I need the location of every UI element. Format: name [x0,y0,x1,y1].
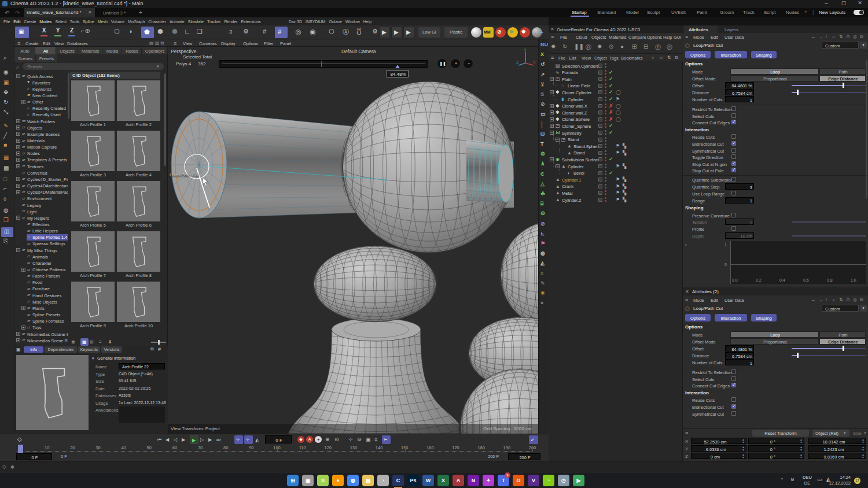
tl-icon-2[interactable]: ▣ [366,437,371,442]
object-dot-render[interactable] [605,79,606,81]
attr-value-box[interactable]: 6.7584 cm [725,352,754,358]
om-menu-view[interactable]: View [582,56,591,61]
tree-expand-icon[interactable]: + [21,100,25,104]
spin-down-icon[interactable]: ▼ [742,448,745,452]
attr-slider-track[interactable] [792,221,866,223]
object-tag-flag[interactable]: ⚑ [616,177,620,182]
object-row[interactable]: ▲Cylinder.2⚑▚ [549,197,683,203]
attr-checkbox[interactable] [731,177,736,182]
seg-b[interactable]: Path [819,68,866,75]
layout-tab-standard[interactable]: Standard [597,10,616,15]
viewport-menu-panel[interactable]: Panel [280,41,291,46]
taskbar-access[interactable]: A [451,474,465,487]
attr-nav-icon-7[interactable]: ⧉ [860,297,863,303]
fcurve-button[interactable]: ↙ [529,435,538,444]
object-dot-editor[interactable] [605,130,606,132]
layout-tab-script[interactable]: Script [764,10,775,15]
asset-tree-item[interactable]: ♥Favorites [14,79,68,86]
asset-menu-databases[interactable]: Databases [67,41,88,46]
menu-tracker[interactable]: Tracker [207,20,220,24]
coord-value-box[interactable]: 52.2539 cm▲▼ [691,438,746,444]
tree-expand-icon[interactable]: + [16,132,20,136]
object-tag-circle[interactable]: ◯ [616,90,621,95]
spin-down-icon[interactable]: ▼ [800,448,803,452]
grid-footer-icon-2[interactable]: ⊞ [90,339,94,345]
asset-tree-item[interactable]: ▱Environment [14,195,68,202]
attr-value-box[interactable]: 1 [725,96,754,102]
octane-icon-10[interactable]: ⓜ [667,43,672,51]
object-tag-flag[interactable]: ⚑ [616,184,620,189]
info-name-field[interactable]: Arch Profile 22 [119,363,165,369]
object-dot-render[interactable] [605,73,606,75]
axis-lock-y[interactable]: Y [53,27,62,37]
tool-helmet[interactable]: ◍ [3,207,9,213]
object-disabled-x[interactable]: ✗ [609,109,613,115]
render-anim-button[interactable]: ▶ [403,27,414,38]
object-dot-render[interactable] [605,160,606,161]
object-dot-editor[interactable] [605,70,606,72]
attr-slider-handle[interactable] [843,83,844,88]
object-dot-editor[interactable] [605,117,606,119]
attr-nav-icon-4[interactable]: ⇅ [839,34,843,39]
attr-nav-icon-6[interactable]: ◎ [853,297,857,302]
object-tag-checker[interactable]: ▚ [623,177,626,182]
attr-menu-edit[interactable]: Edit [711,298,718,303]
object-tag-flag[interactable]: ⚑ [616,164,620,169]
asset-menu-create[interactable]: Create [25,41,39,46]
object-row[interactable]: ▮Cylinder✓⚑ [549,96,683,102]
plugin-rect-icon[interactable]: ▭ [540,111,546,117]
plugin-spline1-icon[interactable]: ↺ [540,61,545,67]
tl-icon-1[interactable]: ⊚ [357,437,362,442]
asset-tree-item[interactable]: +▱Other [14,99,68,105]
mode-polygons-selected[interactable]: ⬟ [141,27,154,38]
info-tab-versions[interactable]: Versions [101,346,122,353]
object-tag-flag[interactable]: ⚑ [616,150,620,156]
object-enabled-check[interactable]: ✓ [609,156,613,162]
plugin-steps-icon[interactable]: ⌸ [540,201,543,207]
object-row[interactable]: ▤Selection.Cylinders [549,62,683,69]
object-dot-render[interactable] [605,86,606,88]
coord-system-icon[interactable]: ⌐⊕ [81,27,90,35]
tray-mic-icon[interactable]: ⊍ [790,476,795,482]
attr-nav-icon-1[interactable]: → [818,297,823,302]
object-dot-render[interactable] [605,180,606,182]
octane-icon-5[interactable]: ⊙ [609,43,613,50]
tree-expand-icon[interactable]: + [16,184,20,188]
reset-transform-button[interactable]: Reset Transform [752,430,809,437]
object-expand-icon[interactable]: + [550,117,554,121]
asset-item[interactable]: Arch Profile 1 [71,80,115,129]
plugin-drop-icon[interactable]: ⊻ [540,82,545,87]
attr-slider-track[interactable] [792,235,866,236]
object-layer-box[interactable] [598,71,602,75]
autokey-b-button[interactable]: ⊹ [244,435,253,444]
plugin-c-green-icon[interactable]: Ͼ [540,171,545,177]
object-row[interactable]: –▲Cylinder⚑▚ [549,163,683,169]
taskbar-start[interactable]: ⊞ [286,474,300,487]
taskbar-clock[interactable]: ◷ [557,474,571,487]
tree-expand-icon[interactable]: + [16,164,20,168]
asset-tree-item[interactable]: ▱Hand Gestures [14,292,68,298]
undo-icon[interactable]: ↶ [5,10,9,16]
object-layer-box[interactable] [598,198,602,202]
object-layer-box[interactable] [598,184,602,188]
asset-item[interactable]: Arch Profile 8 [117,231,160,280]
object-dot-editor[interactable] [605,123,606,125]
asset-tree-item[interactable]: ▱Converted [14,169,68,176]
transport-6[interactable]: ▶ [208,437,212,442]
octane-icon-1[interactable]: ↻ [562,43,567,50]
octane-icon-3[interactable]: Ⓡ [586,43,591,51]
no-render-icon[interactable]: ⊘ [495,27,506,38]
plugin-tri-green-icon[interactable]: △ [540,181,545,187]
asset-tree-item[interactable]: +▱Motion Capture [14,144,68,150]
asset-tree-item[interactable]: +▱Nikomedias Scene Rig [14,337,68,343]
asset-item[interactable]: Arch Profile 10 [117,282,160,330]
menu-animate[interactable]: Animate [170,20,185,24]
attr-checkbox[interactable]: ✓ [731,383,736,387]
coord-value-box[interactable]: 0 °▲▼ [748,445,804,452]
section-collapse-icon[interactable]: ▾ [92,356,94,361]
object-expand-icon[interactable]: – [550,157,554,161]
object-disabled-x[interactable]: ✗ [609,103,613,109]
menu-mesh[interactable]: Mesh [98,20,108,24]
asset-tree-item[interactable]: +▭Watch Folders [14,118,68,124]
plugin-forbid-icon[interactable]: ⊘ [540,101,545,107]
